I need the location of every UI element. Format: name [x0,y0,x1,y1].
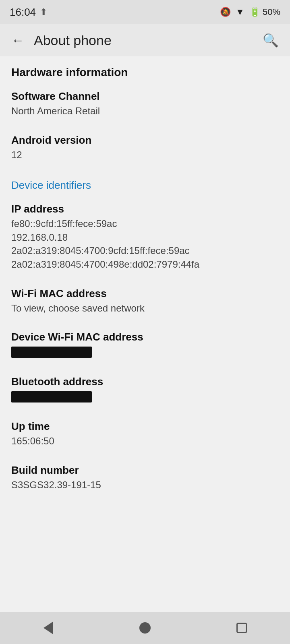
back-nav-icon [44,621,53,634]
bottom-nav [0,612,290,644]
wifi-mac-value: To view, choose saved network [11,301,279,315]
uptime-value: 165:06:50 [11,434,279,448]
android-version-label: Android version [11,134,279,147]
build-number-label: Build number [11,464,279,477]
device-wifi-mac-redacted [11,347,92,358]
software-channel-value: North America Retail [11,104,279,118]
battery-indicator: 🔋 50% [249,7,280,17]
recents-nav-icon [236,623,247,633]
mute-icon: 🔕 [220,7,231,17]
uptime-label: Up time [11,420,279,433]
software-channel-label: Software Channel [11,90,279,103]
bluetooth-address-redacted [11,391,92,402]
software-channel-item[interactable]: Software Channel North America Retail [0,82,290,126]
hardware-info-header: Hardware information [0,56,290,82]
build-number-item[interactable]: Build number S3SGS32.39-191-15 [0,456,290,500]
device-wifi-mac-label: Device Wi-Fi MAC address [11,331,279,343]
ip-address-value: fe80::9cfd:15ff:fece:59ac 192.168.0.18 2… [11,217,279,271]
home-nav-button[interactable] [135,618,155,638]
bluetooth-address-item[interactable]: Bluetooth address [0,367,290,412]
search-button[interactable]: 🔍 [259,29,282,51]
wifi-icon: ▼ [236,7,244,17]
wifi-mac-item[interactable]: Wi-Fi MAC address To view, choose saved … [0,279,290,323]
android-version-item[interactable]: Android version 12 [0,126,290,170]
bluetooth-address-label: Bluetooth address [11,376,279,388]
home-nav-icon [139,622,151,634]
recents-nav-button[interactable] [232,618,252,638]
upload-icon: ⬆ [40,7,47,17]
page-title: About phone [34,33,253,48]
content-area: Hardware information Software Channel No… [0,56,290,612]
wifi-mac-label: Wi-Fi MAC address [11,287,279,300]
status-bar: 16:04 ⬆ 🔕 ▼ 🔋 50% [0,0,290,24]
android-version-value: 12 [11,148,279,162]
device-wifi-mac-item[interactable]: Device Wi-Fi MAC address [0,323,290,367]
back-nav-button[interactable] [38,618,58,638]
ip-address-label: IP address [11,203,279,215]
build-number-value: S3SGS32.39-191-15 [11,478,279,492]
device-identifiers-label: Device identifiers [0,169,290,195]
status-time: 16:04 [10,6,36,19]
status-right: 🔕 ▼ 🔋 50% [220,7,280,17]
app-bar: ← About phone 🔍 [0,24,290,56]
ip-address-item[interactable]: IP address fe80::9cfd:15ff:fece:59ac 192… [0,195,290,279]
back-button[interactable]: ← [8,30,27,51]
uptime-item[interactable]: Up time 165:06:50 [0,412,290,456]
status-left: 16:04 ⬆ [10,6,47,19]
